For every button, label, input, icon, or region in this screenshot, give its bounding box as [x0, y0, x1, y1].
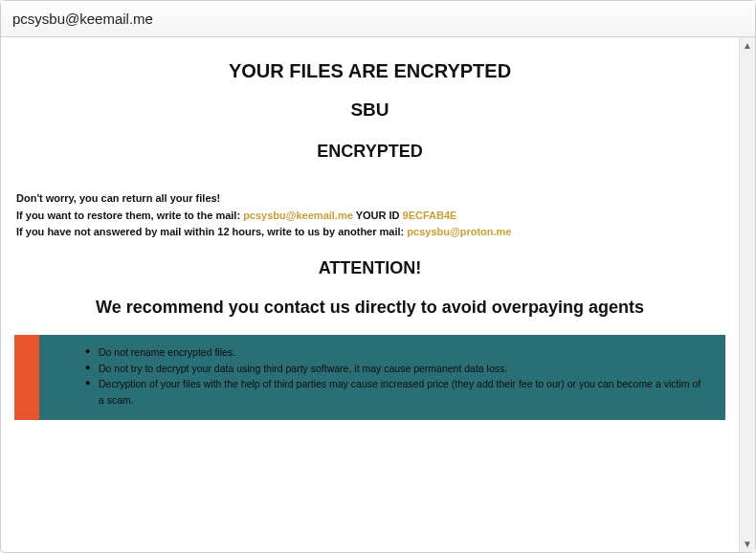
window-title: pcsysbu@keemail.me — [12, 11, 153, 27]
heading-attention: ATTENTION! — [12, 258, 727, 278]
warning-item: Do not try to decrypt your data using th… — [85, 361, 704, 377]
scroll-down-arrow-icon[interactable]: ▼ — [740, 536, 755, 552]
your-id-value: 9ECFAB4E — [403, 210, 457, 221]
warning-stripe — [14, 335, 39, 420]
scroll-trough[interactable] — [740, 54, 755, 536]
warning-list: Do not rename encrypted files. Do not tr… — [85, 344, 704, 409]
line-dontworry: Don't worry, you can return all your fil… — [16, 190, 723, 208]
warning-item: Do not rename encrypted files. — [85, 344, 704, 361]
altmail-prefix: If you have not answered by mail within … — [16, 226, 407, 237]
titlebar[interactable]: pcsysbu@keemail.me — [1, 1, 755, 37]
warning-item: Decryption of your files with the help o… — [85, 376, 704, 409]
warning-panel: Do not rename encrypted files. Do not tr… — [39, 335, 725, 420]
email-primary: pcsysbu@keemail.me — [243, 210, 353, 221]
your-id-label: YOUR ID — [353, 210, 403, 221]
heading-encrypted2: ENCRYPTED — [12, 142, 727, 162]
email-secondary: pcsysbu@proton.me — [407, 226, 511, 237]
heading-encrypted: YOUR FILES ARE ENCRYPTED — [12, 60, 727, 82]
content: YOUR FILES ARE ENCRYPTED SBU ENCRYPTED D… — [1, 37, 739, 552]
body-text: Don't worry, you can return all your fil… — [16, 190, 723, 241]
vertical-scrollbar[interactable]: ▲ ▼ — [739, 37, 755, 552]
warning-box: Do not rename encrypted files. Do not tr… — [14, 335, 725, 420]
line-altmail: If you have not answered by mail within … — [16, 224, 723, 241]
scroll-up-arrow-icon[interactable]: ▲ — [740, 37, 755, 54]
content-wrap: YOUR FILES ARE ENCRYPTED SBU ENCRYPTED D… — [1, 37, 755, 552]
heading-recommend: We recommend you contact us directly to … — [12, 298, 727, 318]
line-restore: If you want to restore them, write to th… — [16, 208, 723, 225]
restore-prefix: If you want to restore them, write to th… — [16, 210, 243, 221]
ransom-window: pcsysbu@keemail.me YOUR FILES ARE ENCRYP… — [0, 0, 756, 553]
heading-sbu: SBU — [12, 100, 727, 121]
